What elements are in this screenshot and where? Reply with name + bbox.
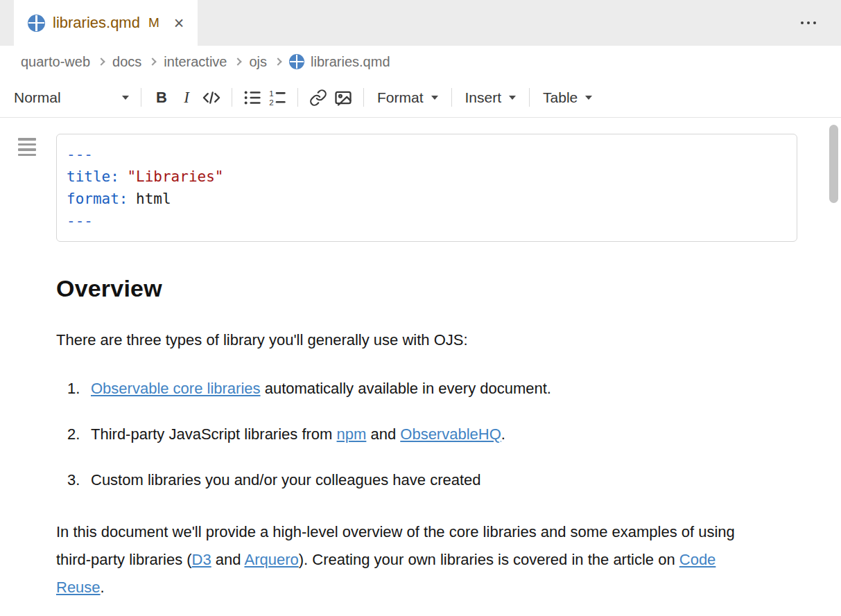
toolbar-divider (232, 88, 232, 107)
list-item: 1. Observable core libraries automatical… (56, 377, 797, 401)
yaml-line: --- (67, 143, 787, 166)
dropdown-caret-icon (431, 96, 438, 100)
list-item: 3. Custom libraries you and/or your coll… (56, 468, 797, 492)
toolbar-divider (529, 88, 530, 107)
list-text: Observable core libraries automatically … (91, 377, 551, 401)
toolbar-divider (297, 88, 298, 107)
doc-link[interactable]: Observable core libraries (91, 380, 261, 397)
yaml-metadata-block[interactable]: --- title:"Libraries" format:html --- (56, 134, 797, 242)
close-icon[interactable]: × (174, 15, 184, 32)
breadcrumb-item-ojs[interactable]: ojs (249, 54, 267, 70)
table-menu-button[interactable]: Table (537, 87, 598, 109)
italic-button[interactable]: I (174, 85, 199, 111)
outline-toggle-icon[interactable] (17, 137, 37, 157)
yaml-line: title:"Libraries" (67, 166, 787, 188)
text-run: . (101, 579, 105, 596)
bullet-list-button[interactable] (240, 85, 265, 111)
chevron-right-icon (149, 58, 157, 65)
image-button[interactable] (331, 85, 356, 111)
chevron-right-icon (274, 58, 281, 65)
link-icon (309, 89, 327, 107)
numbered-list-icon: 12 (268, 88, 287, 107)
breadcrumb: quarto-web docs interactive ojs librarie… (0, 46, 841, 78)
insert-menu-label: Insert (465, 89, 502, 106)
text-run: ). Creating your own libraries is covere… (299, 551, 679, 568)
more-actions-icon[interactable] (797, 17, 820, 28)
page-title: Overview (56, 275, 797, 302)
italic-icon: I (184, 89, 189, 107)
text-run: and (211, 551, 245, 568)
numbered-list-button[interactable]: 12 (265, 85, 290, 111)
list-text: Third-party JavaScript libraries from np… (91, 423, 505, 446)
breadcrumb-file-label: libraries.qmd (311, 54, 390, 70)
dropdown-caret-icon (509, 96, 516, 100)
list-number: 3. (67, 468, 91, 492)
text-run: automatically available in every documen… (261, 380, 551, 397)
dropdown-caret-icon (585, 96, 592, 100)
yaml-value: "Libraries" (127, 168, 223, 185)
doc-link[interactable]: npm (337, 425, 367, 443)
editor-tab-bar: libraries.qmd M × (0, 0, 841, 46)
doc-link[interactable]: D3 (192, 551, 211, 568)
breadcrumb-item-interactive[interactable]: interactive (164, 54, 227, 70)
breadcrumb-item-quarto-web[interactable]: quarto-web (21, 54, 90, 70)
quarto-file-icon (289, 54, 304, 69)
code-button[interactable] (199, 85, 224, 111)
paragraph-style-label: Normal (14, 89, 61, 106)
breadcrumb-item-file[interactable]: libraries.qmd (289, 54, 390, 70)
text-run: Third-party JavaScript libraries from (91, 425, 337, 443)
image-icon (333, 88, 353, 107)
yaml-key: title: (67, 168, 119, 185)
yaml-line: --- (67, 210, 787, 232)
tab-libraries-qmd[interactable]: libraries.qmd M × (14, 0, 198, 46)
numbered-list: 1. Observable core libraries automatical… (56, 377, 797, 492)
code-icon (202, 88, 221, 107)
breadcrumb-item-docs[interactable]: docs (112, 54, 141, 70)
link-button[interactable] (306, 85, 331, 111)
format-menu-button[interactable]: Format (372, 87, 444, 109)
yaml-line: format:html (67, 188, 787, 210)
yaml-delimiter: --- (67, 146, 93, 163)
yaml-delimiter: --- (67, 213, 93, 229)
intro-paragraph: There are three types of library you'll … (56, 330, 797, 351)
chevron-right-icon (234, 58, 242, 65)
tab-bar-spacer (0, 0, 14, 46)
svg-text:2: 2 (269, 97, 273, 106)
toolbar-divider (451, 88, 452, 107)
list-number: 1. (67, 377, 91, 401)
visual-editor-canvas: --- title:"Libraries" format:html --- Ov… (0, 118, 841, 601)
bold-button[interactable]: B (149, 85, 174, 111)
git-modified-badge: M (148, 15, 159, 30)
format-menu-label: Format (377, 89, 424, 106)
doc-link[interactable]: Arquero (244, 551, 298, 568)
editor-toolbar: Normal B I 12 Format Insert Table (0, 78, 841, 118)
quarto-file-icon (28, 15, 45, 32)
list-text: Custom libraries you and/or your colleag… (91, 468, 481, 492)
bullet-list-icon (243, 88, 262, 107)
bold-icon: B (156, 89, 167, 107)
yaml-value: html (136, 191, 171, 207)
text-run: . (501, 425, 505, 443)
toolbar-divider (363, 88, 364, 107)
paragraph-style-select[interactable]: Normal (10, 87, 133, 109)
list-number: 2. (67, 423, 91, 446)
insert-menu-button[interactable]: Insert (460, 87, 522, 109)
yaml-key: format: (67, 191, 128, 207)
doc-link[interactable]: ObservableHQ (400, 425, 501, 443)
text-run: and (366, 425, 400, 443)
svg-text:1: 1 (269, 88, 273, 97)
chevron-right-icon (97, 58, 105, 65)
tab-filename: libraries.qmd (53, 14, 140, 32)
table-menu-label: Table (543, 89, 578, 106)
outro-paragraph: In this document we'll provide a high-le… (56, 518, 746, 601)
text-run: Custom libraries you and/or your colleag… (91, 471, 481, 489)
toolbar-divider (141, 88, 141, 107)
vertical-scrollbar[interactable] (829, 125, 838, 203)
list-item: 2. Third-party JavaScript libraries from… (56, 423, 797, 446)
dropdown-caret-icon (122, 96, 129, 100)
